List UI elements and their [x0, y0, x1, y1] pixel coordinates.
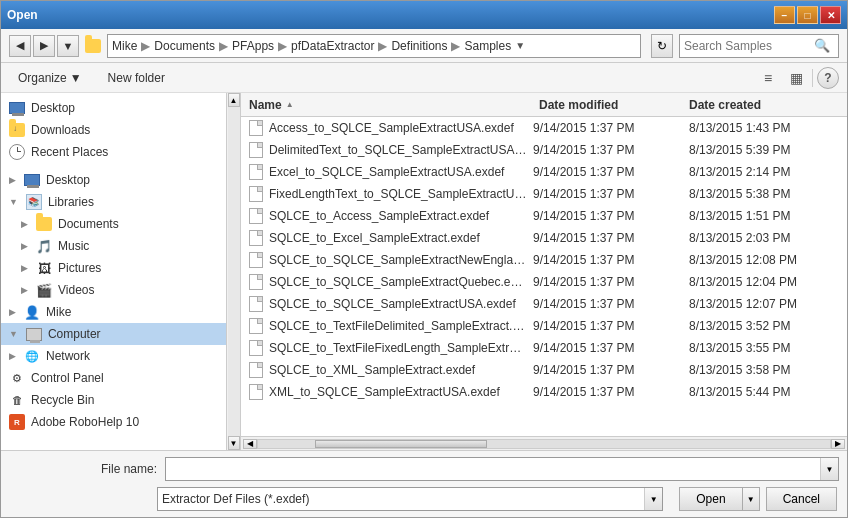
table-row[interactable]: SQLCE_to_XML_SampleExtract.exdef9/14/201… — [241, 359, 847, 381]
scrollbar-track[interactable] — [257, 439, 831, 449]
table-row[interactable]: SQLCE_to_SQLCE_SampleExtractUSA.exdef9/1… — [241, 293, 847, 315]
open-arrow-button[interactable]: ▼ — [742, 487, 760, 511]
sidebar-item-mike[interactable]: ▶ 👤 Mike — [1, 301, 240, 323]
sep4: ▶ — [378, 39, 387, 53]
file-name: SQLCE_to_TextFileDelimited_SampleExtract… — [269, 319, 527, 333]
sidebar-label: Music — [58, 239, 89, 253]
desktop-icon — [9, 102, 25, 114]
file-rows: Access_to_SQLCE_SampleExtractUSA.exdef9/… — [241, 117, 847, 436]
search-icon[interactable]: 🔍 — [814, 38, 830, 53]
sidebar-item-documents[interactable]: ▶ Documents — [1, 213, 240, 235]
scroll-up-btn[interactable]: ▲ — [228, 93, 240, 107]
sidebar-item-desktop-quick[interactable]: Desktop — [1, 97, 240, 119]
action-toolbar: Organize ▼ New folder ≡ ▦ ? — [1, 63, 847, 93]
dropdown-button[interactable]: ▼ — [57, 35, 79, 57]
scrollbar-thumb[interactable] — [315, 440, 487, 448]
table-row[interactable]: DelimitedText_to_SQLCE_SampleExtractUSA.… — [241, 139, 847, 161]
maximize-button[interactable]: □ — [797, 6, 818, 24]
sidebar-item-computer[interactable]: ▼ Computer — [1, 323, 240, 345]
table-row[interactable]: FixedLengthText_to_SQLCE_SampleExtractUS… — [241, 183, 847, 205]
table-row[interactable]: SQLCE_to_TextFileFixedLength_SampleExtra… — [241, 337, 847, 359]
sidebar-item-libraries[interactable]: ▼ 📚 Libraries — [1, 191, 240, 213]
file-date-created: 8/13/2015 3:55 PM — [689, 341, 839, 355]
sidebar-label: Pictures — [58, 261, 101, 275]
file-date-modified: 9/14/2015 1:37 PM — [533, 363, 683, 377]
table-row[interactable]: Excel_to_SQLCE_SampleExtractUSA.exdef9/1… — [241, 161, 847, 183]
sidebar-label: Videos — [58, 283, 94, 297]
sidebar-scrollbar[interactable]: ▲ ▼ — [226, 93, 240, 450]
file-name: Excel_to_SQLCE_SampleExtractUSA.exdef — [269, 165, 527, 179]
recycle-bin-icon: 🗑 — [9, 392, 25, 408]
horizontal-scrollbar[interactable]: ◀ ▶ — [241, 436, 847, 450]
breadcrumb-folder-icon — [85, 39, 101, 53]
sidebar-item-network[interactable]: ▶ 🌐 Network — [1, 345, 240, 367]
back-button[interactable]: ◀ — [9, 35, 31, 57]
sidebar-label: Control Panel — [31, 371, 104, 385]
sidebar-label: Adobe RoboHelp 10 — [31, 415, 139, 429]
address-bar[interactable]: Mike ▶ Documents ▶ PFApps ▶ pfDataExtrac… — [107, 34, 641, 58]
sidebar-item-recent[interactable]: Recent Places — [1, 141, 240, 163]
sidebar-item-robohelp[interactable]: R Adobe RoboHelp 10 — [1, 411, 240, 433]
filename-label: File name: — [87, 462, 157, 476]
details-view-button[interactable]: ▦ — [784, 66, 808, 90]
forward-button[interactable]: ▶ — [33, 35, 55, 57]
sidebar-item-downloads[interactable]: Downloads — [1, 119, 240, 141]
table-row[interactable]: SQLCE_to_Access_SampleExtract.exdef9/14/… — [241, 205, 847, 227]
file-icon — [249, 340, 263, 356]
breadcrumb: Mike ▶ Documents ▶ PFApps ▶ pfDataExtrac… — [112, 39, 511, 53]
scroll-left-btn[interactable]: ◀ — [243, 439, 257, 449]
sidebar-label: Downloads — [31, 123, 90, 137]
filename-dropdown-button[interactable]: ▼ — [820, 458, 838, 480]
file-icon — [249, 296, 263, 312]
table-row[interactable]: SQLCE_to_TextFileDelimited_SampleExtract… — [241, 315, 847, 337]
filename-input[interactable] — [166, 458, 820, 480]
file-list-header: Name ▲ Date modified Date created — [241, 93, 847, 117]
close-button[interactable]: ✕ — [820, 6, 841, 24]
organize-button[interactable]: Organize ▼ — [9, 67, 91, 89]
user-icon: 👤 — [24, 304, 40, 320]
list-view-button[interactable]: ≡ — [756, 66, 780, 90]
sidebar-label: Computer — [48, 327, 101, 341]
help-button[interactable]: ? — [817, 67, 839, 89]
nav-buttons: ◀ ▶ ▼ — [9, 35, 79, 57]
table-row[interactable]: SQLCE_to_Excel_SampleExtract.exdef9/14/2… — [241, 227, 847, 249]
view-controls: ≡ ▦ ? — [756, 66, 839, 90]
date-created-column-header[interactable]: Date created — [689, 98, 839, 112]
sidebar-item-control-panel[interactable]: ⚙ Control Panel — [1, 367, 240, 389]
sidebar-item-videos[interactable]: ▶ 🎬 Videos — [1, 279, 240, 301]
cancel-button[interactable]: Cancel — [766, 487, 837, 511]
file-date-created: 8/13/2015 12:04 PM — [689, 275, 839, 289]
music-icon: 🎵 — [36, 238, 52, 254]
sidebar-item-music[interactable]: ▶ 🎵 Music — [1, 235, 240, 257]
filetype-select[interactable]: Extractor Def Files (*.exdef) ▼ — [157, 487, 663, 511]
scroll-down-btn[interactable]: ▼ — [228, 436, 240, 450]
bottom-bar: File name: ▼ Extractor Def Files (*.exde… — [1, 450, 847, 517]
date-modified-column-header[interactable]: Date modified — [539, 98, 689, 112]
table-row[interactable]: Access_to_SQLCE_SampleExtractUSA.exdef9/… — [241, 117, 847, 139]
new-folder-button[interactable]: New folder — [99, 67, 174, 89]
refresh-button[interactable]: ↻ — [651, 34, 673, 58]
table-row[interactable]: SQLCE_to_SQLCE_SampleExtractQuebec.exdef… — [241, 271, 847, 293]
action-buttons: Open ▼ Cancel — [679, 487, 839, 511]
sidebar-item-pictures[interactable]: ▶ 🖼 Pictures — [1, 257, 240, 279]
scroll-right-btn[interactable]: ▶ — [831, 439, 845, 449]
file-icon — [249, 274, 263, 290]
address-dropdown-button[interactable]: ▼ — [511, 35, 529, 57]
file-icon — [249, 362, 263, 378]
search-input[interactable] — [684, 39, 814, 53]
sidebar-item-recycle-bin[interactable]: 🗑 Recycle Bin — [1, 389, 240, 411]
open-button[interactable]: Open — [679, 487, 741, 511]
minimize-button[interactable]: − — [774, 6, 795, 24]
file-date-modified: 9/14/2015 1:37 PM — [533, 341, 683, 355]
table-row[interactable]: SQLCE_to_SQLCE_SampleExtractNewEngland.e… — [241, 249, 847, 271]
search-box: 🔍 — [679, 34, 839, 58]
sidebar-item-desktop-tree[interactable]: ▶ Desktop — [1, 169, 240, 191]
file-name: FixedLengthText_to_SQLCE_SampleExtractUS… — [269, 187, 527, 201]
table-row[interactable]: XML_to_SQLCE_SampleExtractUSA.exdef9/14/… — [241, 381, 847, 403]
file-date-modified: 9/14/2015 1:37 PM — [533, 143, 683, 157]
name-column-header[interactable]: Name ▲ — [249, 98, 539, 112]
breadcrumb-samples: Samples — [464, 39, 511, 53]
filename-row: File name: ▼ — [9, 457, 839, 481]
file-date-modified: 9/14/2015 1:37 PM — [533, 187, 683, 201]
filetype-dropdown-button[interactable]: ▼ — [644, 488, 662, 510]
